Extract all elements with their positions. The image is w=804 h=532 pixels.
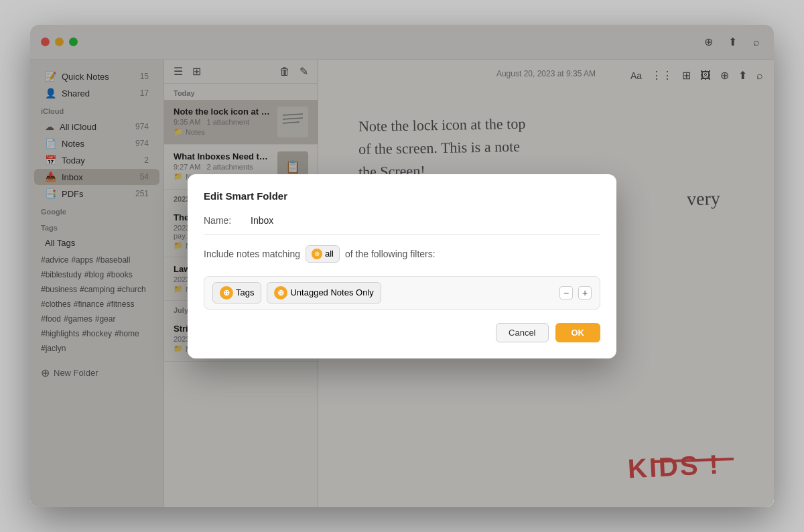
filter-type-circle-icon: ⊕ [220,286,233,300]
filter-add-button[interactable]: + [578,286,592,300]
app-window: ⊕ ⬆ ⌕ 📝 Quick Notes 15 👤 Shared 17 iC [30,25,774,507]
filter-value-label: Untagged Notes Only [290,287,373,297]
name-input[interactable] [251,215,600,226]
modal-title: Edit Smart Folder [204,190,600,202]
filter-value-circle-icon: ⊕ [274,286,287,300]
filter-remove-button[interactable]: − [559,286,573,300]
all-dropdown[interactable]: ⊕ all [306,245,340,263]
filter-type-label: Tags [236,287,254,297]
modal-filter-row: Include notes matching ⊕ all of the foll… [204,245,600,263]
modal-overlay: Edit Smart Folder Name: Include notes ma… [30,25,774,507]
include-label: Include notes matching [204,249,300,259]
edit-smart-folder-modal: Edit Smart Folder Name: Include notes ma… [188,174,616,358]
ok-button[interactable]: OK [555,323,601,342]
filter-rule-row: ⊕ Tags ⊕ Untagged Notes Only − + [204,276,600,310]
name-label: Name: [204,215,251,226]
filter-value-dropdown[interactable]: ⊕ Untagged Notes Only [267,282,381,304]
filter-type-dropdown[interactable]: ⊕ Tags [212,282,261,304]
dropdown-icon: ⊕ [312,249,322,259]
modal-name-field: Name: [204,215,600,235]
of-following-label: of the following filters: [345,249,436,259]
all-option-label: all [325,249,334,259]
modal-actions: Cancel OK [204,323,600,342]
cancel-button[interactable]: Cancel [496,323,548,342]
